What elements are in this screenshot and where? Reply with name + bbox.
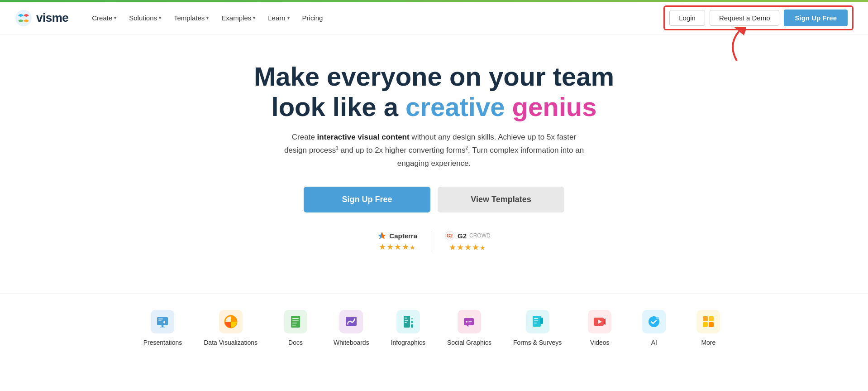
svg-point-18 bbox=[347, 323, 348, 325]
videos-icon bbox=[588, 310, 611, 333]
logo[interactable]: visme bbox=[14, 9, 68, 27]
svg-rect-34 bbox=[534, 320, 538, 321]
svg-point-0 bbox=[15, 10, 32, 26]
svg-marker-3 bbox=[378, 232, 382, 239]
svg-point-28 bbox=[466, 321, 467, 323]
nav-templates-chevron: ▾ bbox=[206, 15, 209, 20]
category-videos[interactable]: Videos bbox=[572, 303, 627, 353]
capterra-icon bbox=[377, 231, 386, 240]
data-viz-label: Data Visualizations bbox=[204, 339, 258, 346]
svg-rect-25 bbox=[411, 324, 413, 328]
category-social-graphics[interactable]: Social Graphics bbox=[436, 303, 502, 353]
nav-create-label: Create bbox=[92, 14, 112, 22]
capterra-stars: ★★★★★ bbox=[379, 242, 416, 252]
g2-stars: ★★★★★ bbox=[449, 242, 486, 252]
hero-subtitle: Create interactive visual content withou… bbox=[280, 131, 588, 170]
svg-rect-32 bbox=[540, 318, 543, 324]
nav-templates-label: Templates bbox=[174, 14, 205, 22]
svg-rect-7 bbox=[158, 319, 163, 319]
svg-rect-43 bbox=[709, 322, 714, 327]
category-more[interactable]: More bbox=[681, 303, 735, 353]
data-viz-icon bbox=[219, 310, 243, 333]
nav-templates[interactable]: Templates ▾ bbox=[168, 10, 214, 25]
docs-label: Docs bbox=[288, 339, 303, 346]
svg-rect-13 bbox=[292, 318, 299, 319]
g2-crowd-label: CROWD bbox=[469, 232, 491, 239]
category-data-viz[interactable]: Data Visualizations bbox=[193, 303, 268, 353]
hero-title-line2: look like a creative genius bbox=[272, 92, 597, 121]
svg-rect-24 bbox=[411, 321, 413, 323]
svg-rect-42 bbox=[703, 322, 708, 327]
nav-pricing-label: Pricing bbox=[302, 14, 323, 22]
nav-create-chevron: ▾ bbox=[114, 15, 116, 20]
hero-title-lookalike: look like a bbox=[272, 92, 406, 121]
svg-rect-8 bbox=[158, 320, 162, 321]
svg-rect-22 bbox=[405, 322, 407, 323]
nav-learn[interactable]: Learn ▾ bbox=[262, 10, 295, 25]
nav-learn-label: Learn bbox=[268, 14, 285, 22]
nav-examples-chevron: ▾ bbox=[253, 15, 255, 20]
whiteboards-label: Whiteboards bbox=[334, 339, 369, 346]
hero-title-genius: genius bbox=[512, 92, 597, 121]
svg-rect-14 bbox=[292, 320, 299, 321]
docs-icon bbox=[284, 310, 307, 333]
category-ai[interactable]: AI bbox=[627, 303, 681, 353]
svg-rect-16 bbox=[292, 325, 296, 326]
nav-actions: Login Request a Demo Sign Up Free bbox=[663, 5, 854, 30]
g2-rating: G2 G2 CROWD ★★★★★ bbox=[431, 231, 504, 252]
forms-surveys-label: Forms & Surveys bbox=[513, 339, 562, 346]
nav-create[interactable]: Create ▾ bbox=[86, 10, 122, 25]
capterra-label: Capterra bbox=[389, 232, 417, 240]
category-infographics[interactable]: Infographics bbox=[380, 303, 436, 353]
nav-solutions-chevron: ▾ bbox=[159, 15, 161, 20]
svg-rect-19 bbox=[404, 316, 410, 328]
navbar: visme Create ▾ Solutions ▾ Templates ▾ E… bbox=[0, 2, 868, 34]
hero-title-line1: Make everyone on your team bbox=[254, 62, 614, 91]
ai-icon bbox=[642, 310, 666, 333]
nav-links: Create ▾ Solutions ▾ Templates ▾ Example… bbox=[86, 10, 663, 25]
nav-examples[interactable]: Examples ▾ bbox=[216, 10, 261, 25]
g2-label: G2 bbox=[458, 232, 467, 240]
svg-rect-12 bbox=[291, 316, 300, 328]
ratings-section: Capterra ★★★★★ G2 G2 CROWD ★★★★★ bbox=[239, 231, 629, 252]
subtitle-bold: interactive visual content bbox=[317, 133, 410, 141]
presentations-label: Presentations bbox=[143, 339, 182, 346]
login-button[interactable]: Login bbox=[669, 10, 705, 26]
svg-rect-40 bbox=[703, 316, 708, 321]
infographics-label: Infographics bbox=[391, 339, 425, 346]
hero-title-creative: creative bbox=[405, 92, 505, 121]
ai-label: AI bbox=[651, 339, 657, 346]
subtitle-part3: and up to 2x higher converting forms bbox=[339, 146, 466, 154]
svg-marker-27 bbox=[467, 325, 468, 327]
svg-rect-6 bbox=[157, 317, 168, 325]
g2-brand: G2 G2 CROWD bbox=[445, 231, 491, 241]
signup-hero-button[interactable]: Sign Up Free bbox=[304, 187, 430, 212]
svg-rect-9 bbox=[162, 325, 163, 327]
category-forms-surveys[interactable]: Forms & Surveys bbox=[502, 303, 572, 353]
view-templates-button[interactable]: View Templates bbox=[438, 187, 564, 212]
more-icon bbox=[696, 310, 720, 333]
category-whiteboards[interactable]: Whiteboards bbox=[323, 303, 380, 353]
request-demo-button[interactable]: Request a Demo bbox=[710, 10, 780, 26]
hero-title: Make everyone on your team look like a c… bbox=[239, 62, 629, 122]
nav-pricing[interactable]: Pricing bbox=[297, 10, 329, 25]
signup-nav-button[interactable]: Sign Up Free bbox=[784, 10, 848, 26]
nav-solutions[interactable]: Solutions ▾ bbox=[124, 10, 167, 25]
social-graphics-label: Social Graphics bbox=[447, 339, 491, 346]
svg-rect-23 bbox=[411, 318, 413, 319]
capterra-rating: Capterra ★★★★★ bbox=[364, 231, 431, 252]
svg-rect-33 bbox=[534, 318, 538, 319]
videos-label: Videos bbox=[590, 339, 610, 346]
subtitle-part1: Create bbox=[292, 133, 317, 141]
infographics-icon bbox=[396, 310, 420, 333]
g2-icon: G2 bbox=[445, 231, 455, 241]
svg-rect-30 bbox=[468, 323, 471, 323]
logo-icon bbox=[14, 9, 33, 27]
category-docs[interactable]: Docs bbox=[268, 303, 323, 353]
categories-section: Presentations Data Visualizations bbox=[0, 293, 868, 367]
svg-rect-20 bbox=[405, 318, 407, 319]
category-presentations[interactable]: Presentations bbox=[133, 303, 193, 353]
svg-rect-10 bbox=[160, 327, 165, 328]
nav-learn-chevron: ▾ bbox=[287, 15, 290, 20]
hero-buttons: Sign Up Free View Templates bbox=[239, 187, 629, 212]
